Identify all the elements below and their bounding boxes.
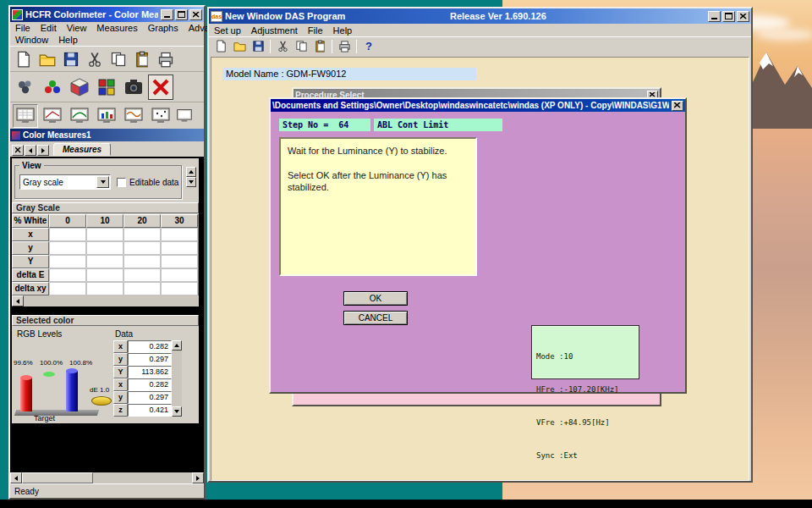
menu-help[interactable]: Help (53, 34, 83, 46)
red-bar (20, 378, 32, 411)
sensor-cluster-icon[interactable] (13, 75, 38, 100)
menu-file[interactable]: File (10, 22, 36, 34)
open-folder-icon[interactable] (36, 48, 58, 70)
save-icon[interactable] (250, 38, 266, 54)
gray-cell[interactable] (49, 228, 86, 241)
gray-cell[interactable] (49, 268, 86, 282)
cut-icon[interactable] (84, 48, 106, 70)
gray-cell[interactable] (86, 282, 123, 295)
tab-measures[interactable]: Measures (53, 143, 111, 156)
cut-icon[interactable] (274, 38, 291, 54)
minimize-icon[interactable] (161, 9, 173, 20)
close-icon[interactable] (672, 101, 683, 111)
tab-scroll-left-icon[interactable] (25, 145, 36, 156)
new-document-icon[interactable] (13, 48, 35, 70)
camera-icon[interactable] (121, 75, 146, 100)
row-value: 0.421 (128, 404, 172, 417)
new-document-icon[interactable] (212, 38, 229, 54)
gray-cell[interactable] (86, 255, 123, 268)
scroll-up-icon[interactable] (172, 340, 182, 351)
scroll-left-icon[interactable] (12, 295, 24, 306)
gray-cell[interactable] (49, 255, 86, 268)
row-label-deltaxy: delta xy (12, 282, 49, 295)
print-icon[interactable] (336, 38, 353, 54)
tab-scroll-right-icon[interactable] (37, 145, 49, 156)
gray-cell[interactable] (161, 268, 198, 282)
monitor-line-view-icon[interactable] (40, 104, 65, 128)
copy-icon[interactable] (293, 38, 310, 54)
instruction-box: Wait for the Luminance (Y) to stabilize.… (279, 137, 477, 276)
paste-icon[interactable] (311, 38, 328, 54)
editable-data-checkbox[interactable] (117, 178, 126, 187)
color-grid-icon[interactable] (94, 75, 119, 100)
menu-adjustment[interactable]: Adjustment (246, 25, 303, 36)
print-icon[interactable] (155, 48, 177, 70)
das-titlebar[interactable]: das New Window DAS Program Release Ver 1… (209, 8, 751, 24)
spinner-down-icon[interactable] (186, 177, 196, 187)
gray-cell[interactable] (123, 241, 161, 255)
gray-cell[interactable] (161, 241, 198, 255)
gray-cell[interactable] (123, 228, 161, 241)
scroll-left-icon[interactable] (10, 472, 22, 483)
hcfr-hscrollbar[interactable] (10, 472, 204, 483)
chevron-down-icon[interactable] (96, 176, 109, 188)
selected-color-header: Selected color (12, 315, 199, 326)
minimize-icon[interactable] (708, 11, 721, 22)
ok-button[interactable]: OK (343, 291, 408, 306)
menu-measures[interactable]: Measures (91, 22, 142, 34)
monitor-wave-view-icon[interactable] (121, 104, 146, 128)
child-window-titlebar[interactable]: Color Measures1 (10, 129, 204, 141)
scale-dropdown[interactable]: Gray scale (19, 174, 111, 190)
monitor-bars-view-icon[interactable] (94, 104, 119, 128)
hcfr-titlebar[interactable]: HCFR Colorimeter - Color Measures1 (10, 7, 204, 22)
dice-icon[interactable] (67, 75, 92, 100)
menu-window[interactable]: Window (10, 34, 53, 46)
hcfr-statusbar: Ready (10, 483, 204, 498)
gray-cell[interactable] (86, 268, 123, 282)
menu-file[interactable]: File (303, 25, 328, 36)
gray-cell[interactable] (49, 282, 86, 295)
menu-view[interactable]: View (62, 22, 92, 34)
step-dialog-titlebar[interactable]: \Documents and Settings\Owner\Desktop\wi… (271, 99, 685, 112)
menu-help[interactable]: Help (328, 25, 358, 36)
data-vscrollbar[interactable] (172, 340, 182, 417)
scrollbar-thumb[interactable] (22, 472, 93, 483)
gray-cell[interactable] (161, 228, 198, 241)
gray-cell[interactable] (123, 282, 161, 295)
gray-cell[interactable] (161, 282, 198, 295)
close-icon[interactable] (189, 9, 202, 20)
de-coin (91, 396, 112, 406)
monitor-blank-view-icon[interactable] (175, 104, 194, 128)
maximize-icon[interactable] (722, 11, 735, 22)
row-key: z (113, 404, 128, 417)
save-icon[interactable] (60, 48, 82, 70)
menu-edit[interactable]: Edit (36, 22, 62, 34)
spinner-up-icon[interactable] (186, 167, 196, 177)
close-icon[interactable] (737, 11, 749, 22)
gray-cell[interactable] (49, 241, 86, 255)
cancel-button[interactable]: CANCEL (343, 311, 408, 325)
scroll-right-icon[interactable] (192, 472, 204, 483)
gray-cell[interactable] (86, 228, 123, 241)
monitor-dots-view-icon[interactable] (148, 104, 173, 128)
open-folder-icon[interactable] (231, 38, 248, 54)
table-hscrollbar[interactable] (12, 295, 199, 306)
gray-cell[interactable] (123, 255, 161, 268)
gray-cell[interactable] (123, 268, 161, 282)
paste-icon[interactable] (131, 48, 153, 70)
menu-setup[interactable]: Set up (209, 25, 246, 36)
menu-graphs[interactable]: Graphs (143, 22, 184, 34)
scroll-down-icon[interactable] (172, 406, 182, 417)
gray-scale-panel: View Gray scale Editable data Gray Scale… (12, 158, 199, 306)
monitor-grid-view-icon[interactable] (13, 104, 38, 128)
help-icon[interactable]: ? (360, 38, 377, 54)
maximize-icon[interactable] (175, 9, 188, 20)
gray-cell[interactable] (86, 241, 123, 255)
tab-close-icon[interactable] (12, 145, 24, 156)
info-hfre: HFre :-107.20[KHz] (536, 384, 634, 395)
monitor-curve-view-icon[interactable] (67, 104, 92, 128)
delete-red-x-icon[interactable] (148, 75, 173, 100)
rgb-balls-icon[interactable] (40, 75, 65, 100)
gray-cell[interactable] (161, 255, 198, 268)
copy-icon[interactable] (107, 48, 129, 70)
